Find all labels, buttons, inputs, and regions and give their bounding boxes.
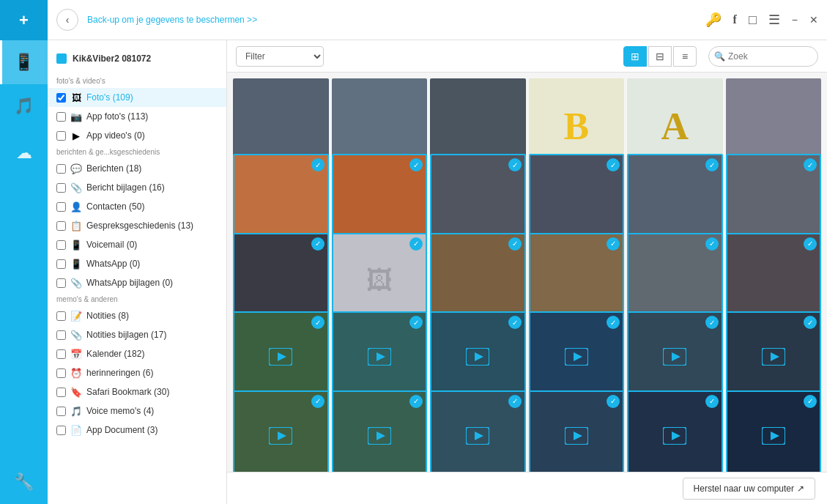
sidebar-item-whatsapp[interactable]: 📱 WhatsApp (0) [48,254,226,273]
backup-link[interactable]: Back-up om je gegevens te beschermen >> [87,15,705,25]
check-badge: ✓ [409,158,423,171]
check-badge: ✓ [311,395,325,408]
sidebar-item-whatsapp-bijlagen[interactable]: 📎 WhatsApp bijlagen (0) [48,273,226,292]
check-badge: ✓ [409,237,423,251]
close-button[interactable]: ✕ [809,14,818,26]
nav-cloud[interactable]: ☁ [0,131,48,175]
bericht-bijlagen-checkbox[interactable] [56,183,66,193]
check-badge: ✓ [804,237,817,251]
sidebar-item-app-videos[interactable]: ▶ App video's (0) [48,126,226,145]
notities-checkbox[interactable] [56,311,66,321]
check-badge: ✓ [705,395,719,408]
video-play-icon [368,347,391,371]
app-fotos-checkbox[interactable] [56,112,66,122]
sidebar-item-kalender[interactable]: 📅 Kalender (182) [48,344,226,363]
key-icon[interactable]: 🔑 [705,12,722,28]
sidebar-item-app-document[interactable]: 📄 App Document (3) [48,420,226,440]
sidebar-item-notities-bijlagen[interactable]: 📎 Notities bijlagen (17) [48,325,226,344]
letter-b: B [563,105,589,148]
top-bar: ‹ Back-up om je gegevens te beschermen >… [48,0,827,40]
svg-marker-9 [672,352,680,361]
app-videos-checkbox[interactable] [56,131,66,141]
photo-item[interactable]: ✓ IMG....M [529,390,625,472]
herinneringen-checkbox[interactable] [56,368,66,378]
back-button[interactable]: ‹ [56,9,78,31]
sidebar-item-safari[interactable]: 🔖 Safari Bookmark (30) [48,382,226,401]
safari-icon: 🔖 [70,386,82,398]
notities-bijlagen-label: Notities bijlagen (17) [86,330,166,340]
view-list-button[interactable]: ≡ [673,46,697,67]
kalender-checkbox[interactable] [56,349,66,359]
voice-memo-checkbox[interactable] [56,407,66,416]
gespreks-checkbox[interactable] [56,221,66,231]
svg-marker-5 [475,352,483,361]
main-area: ‹ Back-up om je gegevens te beschermen >… [48,0,827,504]
restore-button[interactable]: Herstel naar uw computer ↗ [683,478,815,500]
search-wrap: 🔍 [708,46,818,67]
video-play-icon [565,426,588,450]
gespreks-icon: 📋 [70,220,82,231]
photo-item[interactable]: ✓ IMG....M [627,390,723,472]
minimize-button[interactable]: − [792,14,798,26]
check-badge: ✓ [607,237,620,251]
svg-marker-13 [278,431,286,440]
sidebar-item-contacten[interactable]: 👤 Contacten (50) [48,197,226,216]
voicemail-label: Voicemail (0) [86,240,137,250]
check-badge: ✓ [607,395,620,408]
device-header: Kik&Viber2 081072 [48,48,226,70]
kalender-icon: 📅 [70,348,82,360]
restore-arrow-icon: ↗ [797,483,804,494]
video-play-icon [368,426,391,450]
menu-icon[interactable]: ☰ [768,12,780,28]
view-grid-large-button[interactable]: ⊞ [623,46,647,67]
herinneringen-label: herinneringen (6) [86,368,153,378]
safari-checkbox[interactable] [56,388,66,397]
svg-marker-3 [377,352,385,361]
letter-a: A [661,105,689,148]
berichten-checkbox[interactable] [56,164,66,174]
nav-phone[interactable]: 📱 [0,40,48,84]
section-label-media: foto's & video's [48,74,226,88]
check-badge: ✓ [508,237,522,251]
sidebar-item-gespreks[interactable]: 📋 Gespreksgeschiedenis (13) [48,216,226,235]
nav-tools[interactable]: 🔧 [0,460,48,504]
video-play-icon [269,426,292,450]
photo-item[interactable]: ✓ IM....mp4 [332,390,428,472]
whatsapp-bijlagen-checkbox[interactable] [56,278,66,288]
video-play-icon [663,347,686,371]
fotos-checkbox[interactable] [56,93,66,103]
facebook-icon[interactable]: f [733,13,737,26]
photo-item[interactable]: ✓ IMG....JPG [233,390,329,472]
bericht-bijlagen-label: Bericht bijlagen (16) [86,182,165,193]
music-icon: 🎵 [14,97,34,116]
sidebar-item-berichten[interactable]: 💬 Berichten (18) [48,159,226,178]
app-document-icon: 📄 [70,424,82,436]
sidebar-item-voicemail[interactable]: 📱 Voicemail (0) [48,235,226,254]
window-icon[interactable]: □ [749,12,757,28]
photo-item[interactable]: ✓ IM....mp4 [430,390,526,472]
voicemail-icon: 📱 [70,239,82,251]
contacten-icon: 👤 [70,201,82,212]
filter-select[interactable]: Filter Alle Foto's Video's [236,46,324,67]
sidebar-item-voice-memo[interactable]: 🎵 Voice memo's (4) [48,401,226,420]
video-play-icon [762,347,785,371]
fotos-label: Foto's (109) [86,92,133,103]
whatsapp-checkbox[interactable] [56,259,66,269]
check-badge: ✓ [705,158,719,171]
notities-bijlagen-checkbox[interactable] [56,330,66,340]
device-name: Kik&Viber2 081072 [73,53,151,64]
sidebar-item-app-fotos[interactable]: 📷 App foto's (113) [48,107,226,126]
sidebar-item-herinneringen[interactable]: ⏰ herinneringen (6) [48,363,226,382]
sidebar-item-bericht-bijlagen[interactable]: 📎 Bericht bijlagen (16) [48,178,226,197]
view-grid-small-button[interactable]: ⊟ [648,46,672,67]
voicemail-checkbox[interactable] [56,240,66,250]
nav-music[interactable]: 🎵 [0,84,48,128]
herinneringen-icon: ⏰ [70,367,82,379]
app-document-checkbox[interactable] [56,426,66,435]
sidebar-item-fotos[interactable]: 🖼 Foto's (109) [48,88,226,107]
app-document-label: App Document (3) [86,425,157,435]
sidebar-item-notities[interactable]: 📝 Notities (8) [48,306,226,325]
photo-item[interactable]: ✓ IMG....M [726,390,822,472]
contacten-checkbox[interactable] [56,202,66,212]
notities-bijlagen-icon: 📎 [70,329,82,341]
